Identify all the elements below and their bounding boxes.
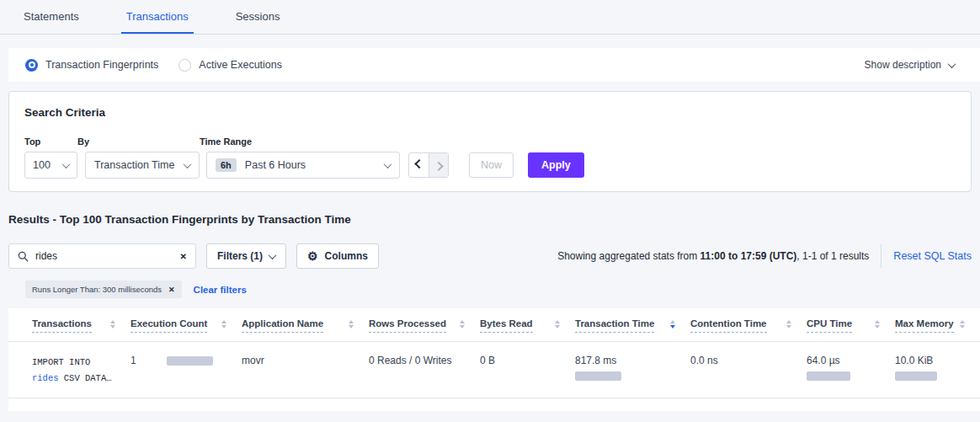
vertical-divider [881,244,881,268]
sort-icon-active[interactable] [670,320,675,329]
chevron-down-icon [184,160,192,168]
transaction-fingerprint-link[interactable]: IMPORT INTO rides CSV DATA… [32,355,130,398]
tab-transactions[interactable]: Transactions [121,0,194,34]
chevron-down-icon [948,60,956,68]
now-button[interactable]: Now [469,152,514,178]
radio-transaction-fingerprints[interactable]: Transaction Fingerprints [25,59,158,72]
column-header-transactions[interactable]: Transactions [32,318,130,333]
sort-icon[interactable] [110,320,115,329]
sort-icon[interactable] [960,320,965,329]
columns-button[interactable]: ⚙ Columns [296,243,379,269]
time-prev-button[interactable] [409,153,429,177]
results-table: Transactions Execution Count Application… [8,308,980,411]
active-filters-row: Runs Longer Than: 300 milliseconds ✕ Cle… [25,280,980,298]
tab-sessions[interactable]: Sessions [231,0,285,34]
results-toolbar: ✕ Filters (1) ⚙ Columns Showing aggregat… [8,243,972,269]
radio-unselected-icon [178,59,191,72]
search-input-wrapper: ✕ [8,243,196,269]
time-next-button[interactable] [429,153,448,177]
column-header-contention-time[interactable]: Contention Time [690,318,807,333]
filters-button-label: Filters (1) [217,250,263,262]
radio-label: Active Executions [199,59,282,71]
chevron-down-icon [269,251,277,259]
column-header-cpu-time[interactable]: CPU Time [807,318,895,333]
columns-button-label: Columns [325,250,368,262]
max-memory-cell: 10.0 KiB [895,355,980,398]
radio-selected-icon [25,59,38,72]
filter-chip: Runs Longer Than: 300 milliseconds ✕ [25,280,182,298]
table-header-row: Transactions Execution Count Application… [8,308,980,342]
clear-filters-link[interactable]: Clear filters [194,285,247,295]
cpu-time-bar [807,371,850,381]
results-heading: Results - Top 100 Transaction Fingerprin… [8,213,980,226]
by-select-value: Transaction Time [94,159,174,171]
execution-count-cell: 1 [130,355,242,398]
column-header-application-name[interactable]: Application Name [242,318,369,333]
column-header-execution-count[interactable]: Execution Count [130,318,242,333]
chevron-down-icon [384,160,392,168]
aggregated-stats-text: Showing aggregated stats from 11:00 to 1… [557,250,869,262]
table-row: IMPORT INTO rides CSV DATA… 1 movr 0 Rea… [8,342,980,398]
by-select[interactable]: Transaction Time [85,152,200,179]
execution-count-bar [167,356,213,366]
search-criteria-title: Search Criteria [24,106,956,120]
tab-statements[interactable]: Statements [19,0,84,34]
apply-button[interactable]: Apply [528,152,584,178]
radio-label: Transaction Fingerprints [45,59,158,71]
time-range-label: Time Range [200,136,400,147]
page-tabs: Statements Transactions Sessions [0,0,980,35]
column-header-bytes-read[interactable]: Bytes Read [480,318,575,333]
time-window-arrows [408,152,449,178]
cpu-time-cell: 64.0 µs [807,355,895,398]
sort-icon[interactable] [875,320,880,329]
view-radio-group: Transaction Fingerprints Active Executio… [25,59,282,72]
top-label: Top [24,136,77,147]
search-icon [18,251,29,262]
search-match-highlight: rides [32,373,59,383]
time-range-badge: 6h [216,158,237,172]
sort-icon[interactable] [460,320,465,329]
stats-time-window: 11:00 to 17:59 (UTC) [700,250,797,262]
column-header-rows-processed[interactable]: Rows Processed [369,318,480,333]
show-description-label: Show description [865,59,941,71]
transaction-time-bar [575,371,621,381]
column-header-transaction-time[interactable]: Transaction Time [575,318,690,333]
filter-chip-label: Runs Longer Than: 300 milliseconds [32,285,162,294]
chevron-right-icon [434,162,443,171]
max-memory-bar [895,371,937,381]
column-header-max-memory[interactable]: Max Memory [895,318,980,333]
top-select[interactable]: 100 [24,152,77,179]
top-select-value: 100 [33,159,51,171]
radio-active-executions[interactable]: Active Executions [178,59,282,72]
filters-button[interactable]: Filters (1) [206,243,286,269]
search-input[interactable] [35,250,173,262]
time-range-select[interactable]: 6h Past 6 Hours [206,152,400,179]
time-range-value: Past 6 Hours [245,159,376,171]
contention-time-cell: 0.0 ns [690,355,807,398]
gear-icon: ⚙ [307,250,318,262]
chevron-down-icon [62,160,71,168]
sort-icon[interactable] [221,320,226,329]
clear-search-icon[interactable]: ✕ [180,252,187,261]
sort-icon[interactable] [349,320,354,329]
reset-sql-stats-link[interactable]: Reset SQL Stats [893,250,972,262]
bytes-read-cell: 0 B [480,355,575,398]
view-toggle-bar: Transaction Fingerprints Active Executio… [8,48,980,82]
chevron-left-icon [414,159,423,168]
search-criteria-panel: Search Criteria Top 100 By Transaction T… [8,91,972,192]
by-label: By [77,136,200,147]
remove-filter-icon[interactable]: ✕ [168,286,175,294]
transaction-time-cell: 817.8 ms [575,355,690,398]
rows-processed-cell: 0 Reads / 0 Writes [369,355,480,398]
sort-icon[interactable] [786,320,791,329]
show-description-toggle[interactable]: Show description [865,59,955,71]
sort-icon[interactable] [555,320,560,329]
application-name-cell: movr [242,355,369,398]
